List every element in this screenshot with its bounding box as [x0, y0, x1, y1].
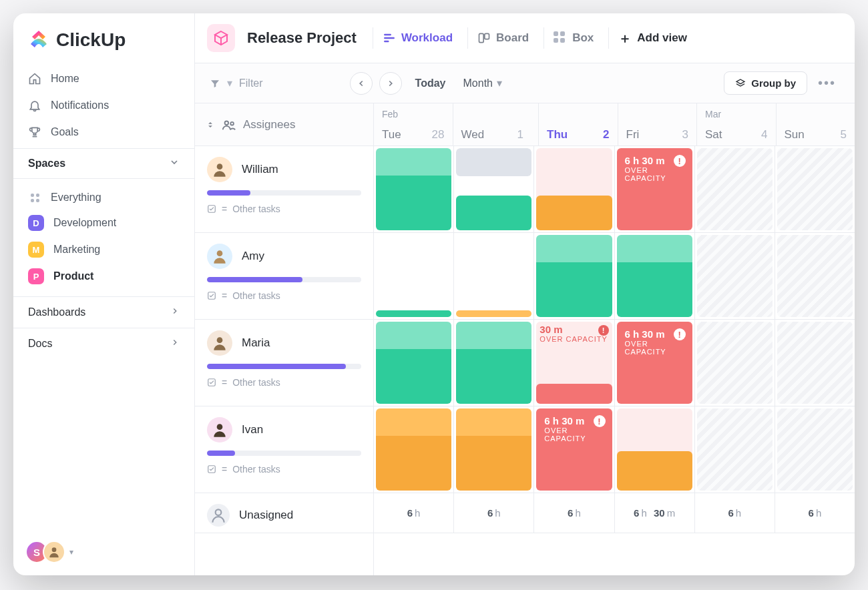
chevron-left-icon	[357, 79, 366, 88]
space-product[interactable]: P Product	[13, 263, 194, 290]
assignee-row-william[interactable]: William = Other tasks	[195, 146, 373, 233]
space-development[interactable]: D Development	[13, 210, 194, 236]
tab-board[interactable]: Board	[467, 27, 538, 49]
progress-bar	[207, 277, 361, 282]
assignee-name: William	[242, 163, 278, 176]
assignee-name: Maria	[242, 336, 270, 350]
cal-cell[interactable]	[614, 233, 694, 319]
other-tasks-toggle[interactable]: = Other tasks	[207, 290, 361, 301]
avatar	[207, 330, 232, 356]
calendar-body: 6 h 30 m OVER CAPACITY !	[374, 146, 855, 533]
space-everything-label: Everything	[51, 192, 101, 204]
cal-cell[interactable]	[374, 406, 453, 493]
cal-cell[interactable]: 6 h 30 m OVER CAPACITY !	[614, 320, 694, 406]
nav-notifications-label: Notifications	[51, 99, 109, 111]
nav-dashboards[interactable]: Dashboards	[13, 296, 194, 328]
cal-cell[interactable]	[374, 233, 453, 319]
range-label: Month	[463, 77, 493, 89]
other-tasks-toggle[interactable]: = Other tasks	[207, 204, 361, 214]
space-product-label: Product	[53, 270, 93, 282]
svg-point-0	[52, 547, 57, 552]
cal-cell[interactable]	[694, 320, 775, 406]
cal-cell[interactable]	[533, 233, 614, 319]
cal-cell[interactable]	[374, 320, 453, 406]
assignee-row-maria[interactable]: Maria = Other tasks	[195, 320, 373, 406]
day-header-sat[interactable]: Mar Sat4	[696, 103, 776, 145]
day-header-wed[interactable]: Wed1	[453, 103, 532, 145]
plus-icon: ＋	[618, 31, 632, 45]
next-button[interactable]	[379, 72, 402, 95]
cal-cell[interactable]	[775, 146, 855, 232]
capacity-cell: 6h	[374, 493, 453, 533]
prev-button[interactable]	[350, 72, 373, 95]
unassigned-label: Unasigned	[239, 509, 293, 522]
cal-cell[interactable]	[775, 406, 855, 493]
day-header-thu[interactable]: Thu2	[538, 103, 618, 145]
cal-cell[interactable]	[453, 320, 533, 406]
day-header-sun[interactable]: Sun5	[776, 103, 855, 145]
warning-icon: !	[674, 155, 686, 167]
user-avatars[interactable]: S ▾	[25, 541, 73, 563]
layers-icon	[735, 78, 746, 89]
more-button[interactable]: •••	[814, 75, 840, 91]
other-tasks-toggle[interactable]: = Other tasks	[207, 464, 361, 475]
assignee-row-ivan[interactable]: Ivan = Other tasks	[195, 406, 373, 493]
nav-goals[interactable]: Goals	[13, 119, 194, 145]
space-badge-p: P	[28, 268, 44, 284]
assignee-header[interactable]: Assignees	[195, 103, 373, 146]
cal-cell[interactable]	[614, 406, 694, 493]
avatar	[207, 417, 232, 442]
cal-cell[interactable]	[775, 233, 855, 319]
other-tasks-label: Other tasks	[232, 464, 280, 475]
assignee-header-label: Assignees	[243, 118, 295, 131]
cal-row-amy	[374, 233, 855, 320]
cal-cell[interactable]: 6 h 30 m OVER CAPACITY !	[533, 406, 614, 493]
nav-primary: Home Notifications Goals	[13, 63, 194, 148]
capacity-cell: 6h	[453, 493, 533, 533]
cal-cell[interactable]	[453, 233, 533, 319]
cal-cell[interactable]: 6 h 30 m OVER CAPACITY !	[614, 146, 694, 232]
add-view-button[interactable]: ＋ Add view	[608, 27, 696, 49]
cal-cell[interactable]	[694, 233, 775, 319]
today-button[interactable]: Today	[415, 77, 446, 89]
filter-button[interactable]: ▾ Filter	[210, 77, 263, 89]
assignee-row-amy[interactable]: Amy = Other tasks	[195, 233, 373, 320]
svg-point-13	[216, 509, 222, 515]
spaces-header[interactable]: Spaces	[13, 148, 194, 179]
brand-logo[interactable]: ClickUp	[13, 13, 194, 63]
cal-cell[interactable]	[775, 320, 855, 406]
tab-workload[interactable]: Workload	[373, 27, 462, 49]
day-header-tue[interactable]: Feb Tue28	[374, 103, 453, 145]
range-select[interactable]: Month ▾	[463, 77, 502, 89]
cal-cell[interactable]: 30 m OVER CAPACITY !	[533, 320, 614, 406]
equals-icon: =	[222, 464, 227, 475]
equals-icon: =	[222, 377, 227, 388]
space-everything[interactable]: Everything	[13, 186, 194, 210]
cal-cell[interactable]	[453, 146, 533, 232]
nav-home[interactable]: Home	[13, 65, 194, 92]
project-icon	[207, 24, 235, 52]
cal-cell[interactable]	[453, 406, 533, 493]
other-tasks-toggle[interactable]: = Other tasks	[207, 377, 361, 388]
cal-cell[interactable]	[374, 146, 453, 232]
capacity-cell: 6h	[533, 493, 614, 533]
nav-notifications[interactable]: Notifications	[13, 92, 194, 119]
month-label: Mar	[705, 109, 768, 119]
assignee-column: Assignees William = Other tasks	[195, 103, 374, 575]
space-marketing[interactable]: M Marketing	[13, 236, 194, 263]
nav-docs-label: Docs	[28, 338, 52, 350]
cal-cell[interactable]	[694, 406, 775, 493]
day-header-fri[interactable]: Fri3	[618, 103, 697, 145]
cal-row-maria: 30 m OVER CAPACITY ! 6 h 30 m OVER CAPAC…	[374, 320, 855, 406]
nav-goals-label: Goals	[51, 126, 79, 138]
checkbox-icon	[207, 465, 216, 474]
cal-cell[interactable]	[694, 146, 775, 232]
cal-cell[interactable]	[533, 146, 614, 232]
people-icon	[222, 117, 236, 132]
toolbar: ▾ Filter Today Month ▾ Group by •••	[195, 63, 855, 103]
tab-box[interactable]: Box	[544, 27, 603, 49]
assignee-row-unassigned[interactable]: Unasigned	[195, 493, 373, 533]
cal-row-william: 6 h 30 m OVER CAPACITY !	[374, 146, 855, 233]
nav-docs[interactable]: Docs	[13, 328, 194, 359]
group-by-button[interactable]: Group by	[724, 71, 807, 95]
